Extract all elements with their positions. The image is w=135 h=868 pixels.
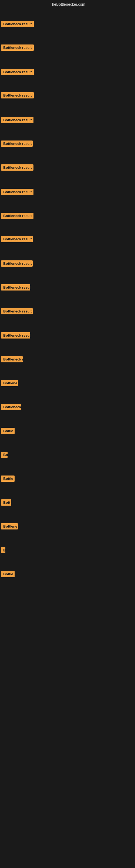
bottleneck-label-5[interactable]: Bottleneck result [1,117,34,123]
bottleneck-label-20[interactable]: Bottle [1,475,14,482]
site-title: TheBottlenecker.com [0,0,135,9]
bottleneck-row-3[interactable]: Bottleneck result [0,67,135,79]
bottleneck-row-20[interactable]: Bottle [0,473,135,485]
bottleneck-row-9[interactable]: Bottleneck result [0,211,135,222]
bottleneck-label-2[interactable]: Bottleneck result [1,44,34,51]
bottleneck-label-24[interactable]: Bottle [1,571,14,577]
bottleneck-label-23[interactable]: B [1,547,5,553]
bottleneck-row-12[interactable]: Bottleneck resul [0,282,135,294]
bottleneck-label-11[interactable]: Bottleneck result [1,260,33,267]
bottleneck-label-13[interactable]: Bottleneck result [1,308,33,314]
bottleneck-row-1[interactable]: Bottleneck result [0,19,135,30]
bottleneck-row-2[interactable]: Bottleneck result [0,42,135,54]
bottleneck-label-8[interactable]: Bottleneck result [1,189,34,195]
bottleneck-label-21[interactable]: Bott [1,499,11,506]
bottleneck-label-9[interactable]: Bottleneck result [1,213,34,219]
bottleneck-row-22[interactable]: Bottlene [0,521,135,533]
bottleneck-label-4[interactable]: Bottleneck result [1,92,34,98]
bottleneck-row-8[interactable]: Bottleneck result [0,187,135,198]
bottleneck-row-4[interactable]: Bottleneck result [0,90,135,102]
bottleneck-row-15[interactable]: Bottleneck r [0,354,135,366]
bottleneck-row-14[interactable]: Bottleneck resul [0,330,135,342]
bottleneck-label-19[interactable]: Bo [1,452,8,458]
bottleneck-row-11[interactable]: Bottleneck result [0,258,135,270]
bottleneck-row-10[interactable]: Bottleneck result [0,234,135,246]
bottleneck-row-23[interactable]: B [0,545,135,557]
bottleneck-row-16[interactable]: Bottlene [0,378,135,390]
bottleneck-label-22[interactable]: Bottlene [1,523,18,529]
bottleneck-row-19[interactable]: Bo [0,450,135,461]
bottleneck-label-18[interactable]: Bottle [1,428,14,434]
bottleneck-row-18[interactable]: Bottle [0,426,135,437]
rows-container: Bottleneck resultBottleneck resultBottle… [0,9,135,868]
bottleneck-label-3[interactable]: Bottleneck result [1,69,34,75]
bottleneck-label-10[interactable]: Bottleneck result [1,236,33,242]
bottleneck-label-12[interactable]: Bottleneck resul [1,284,30,290]
bottleneck-label-17[interactable]: Bottleneck [1,404,21,410]
bottleneck-label-14[interactable]: Bottleneck resul [1,332,30,339]
bottleneck-label-16[interactable]: Bottlene [1,380,18,386]
bottleneck-row-7[interactable]: Bottleneck result [0,162,135,174]
bottleneck-row-6[interactable]: Bottleneck result [0,138,135,150]
bottleneck-row-21[interactable]: Bott [0,497,135,509]
bottleneck-label-1[interactable]: Bottleneck result [1,21,34,27]
bottleneck-label-6[interactable]: Bottleneck result [1,141,33,147]
bottleneck-row-13[interactable]: Bottleneck result [0,306,135,318]
bottleneck-row-17[interactable]: Bottleneck [0,402,135,413]
bottleneck-row-5[interactable]: Bottleneck result [0,115,135,126]
bottleneck-label-15[interactable]: Bottleneck r [1,356,23,362]
page-container: TheBottlenecker.com Bottleneck resultBot… [0,0,135,868]
bottleneck-label-7[interactable]: Bottleneck result [1,164,34,170]
bottleneck-row-24[interactable]: Bottle [0,569,135,581]
